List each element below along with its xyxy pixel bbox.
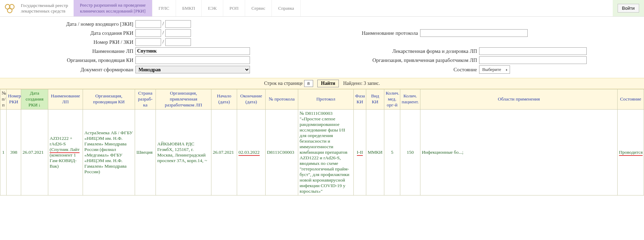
select-state[interactable]: Выберите ♦ [479,65,510,74]
label-devorg: Организация, привлеченная разработчиком … [333,57,479,63]
col-area[interactable]: Области применения [420,89,618,110]
cell-start: 26.07.2021 [211,109,237,195]
found-count: Найдено: 3 запис. [343,81,380,86]
col-lp[interactable]: Наименование ЛП [48,89,83,110]
tab-help[interactable]: Справка [272,0,301,16]
sort-arrow-icon: ↓ [38,102,41,107]
input-org[interactable] [135,56,250,64]
col-devorg[interactable]: Организация, привлеченная разработчиком … [156,89,211,110]
col-num[interactable]: Номер РКИ [7,89,21,110]
cell-lp: AZD1222 + rAd26-S (Спутник Лайт (компоне… [48,109,83,195]
tab-eek[interactable]: ЕЭК [202,0,223,16]
label-lp: Наименование ЛП [0,48,135,54]
label-created: Дата создания РКИ [0,30,135,36]
col-pat[interactable]: Колич. пациент. [400,89,420,110]
cell-end: 02.03.2022 [237,109,266,195]
cell-date: 26.07.2021 [21,109,48,195]
tab-rki[interactable]: Реестр разрешений на проведение клиничес… [74,0,152,16]
find-button[interactable]: Найти [317,80,339,87]
select-docform[interactable]: Минздрав [135,66,250,73]
input-lp[interactable] [135,47,250,55]
input-devorg[interactable] [479,56,587,64]
cell-num: 398 [7,109,21,195]
label-org: Организация, проводящая КИ [0,57,135,63]
input-zki-num[interactable] [165,38,191,46]
cell-pat: 150 [400,109,420,195]
cell-proto: D8111C00003 [266,109,298,195]
tab-rop[interactable]: РОП [223,0,245,16]
label-num: Номер РКИ / ЗКИ [0,39,135,45]
tab-grls[interactable]: ГРЛС [152,0,176,16]
cell-country: Швеция [135,109,156,195]
cell-area: Инфекционные бо...; [420,109,618,195]
col-type[interactable]: Вид КИ [366,89,384,110]
label-docform: Документ сформирован [0,67,135,73]
col-country[interactable]: Страна разраб-ка [135,89,156,110]
login-area: Войти [613,0,644,16]
col-date[interactable]: Дата создания РКИ↓ [21,89,48,110]
label-formdose: Лекарственная форма и дозировка ЛП [333,48,479,54]
col-proto[interactable]: № протокола [266,89,298,110]
col-protoname[interactable]: Протокол [298,89,354,110]
input-rows-per-page[interactable] [304,80,313,87]
cell-type: ММКИ [366,109,384,195]
col-org[interactable]: Организация, проводящая КИ [83,89,135,110]
input-rki-num[interactable] [135,38,161,46]
input-created-from[interactable] [135,29,161,37]
label-proto: Наименование протокола [274,30,420,36]
col-medn[interactable]: Колич. мед. орг-й [384,89,400,110]
logo [0,0,19,16]
col-idx[interactable]: № п/п [0,89,7,110]
login-button[interactable]: Войти [618,4,639,13]
tab-service[interactable]: Сервис [245,0,272,16]
topbar: Государственный реестр лекарственных сре… [0,0,644,17]
brand-title: Государственный реестр лекарственных сре… [19,0,74,16]
cell-idx: 1 [0,109,7,195]
input-incoming-date[interactable] [135,20,161,28]
slash: / [161,21,165,27]
logo-icon [3,2,16,15]
cell-phase: I-II [354,109,366,195]
table-row[interactable]: 1 398 26.07.2021 AZD1222 + rAd26-S (Спут… [0,109,644,195]
input-formdose[interactable] [479,47,587,55]
col-end[interactable]: Окончание (дата) [237,89,266,110]
filter-form: Дата / номер входящего [ЗКИ] / Дата созд… [0,17,644,78]
input-proto[interactable] [420,29,528,37]
caret-icon: ♦ [505,68,507,72]
col-state[interactable]: Состояние [618,89,644,110]
tab-bmkp[interactable]: БМКП [176,0,202,16]
cell-medn: 5 [384,109,400,195]
cell-state: Проводится [618,109,644,195]
cell-devorg: АЙКЬЮВИА РДС ГезмбХ, 125167, г. Москва, … [156,109,211,195]
label-state: Состояние [333,67,479,73]
col-phase[interactable]: Фаза КИ [354,89,366,110]
cell-org: АстраЗенека АБ / ФГБУ «НИЦЭМ им. Н.Ф. Га… [83,109,135,195]
input-incoming-num[interactable] [165,20,191,28]
input-created-to[interactable] [165,29,191,37]
pager-bar: Строк на странице Найти Найдено: 3 запис… [0,78,644,89]
rows-per-page-label: Строк на странице [264,80,313,87]
cell-protoname: № D8111C00003 "«Простое слепое рандомизи… [298,109,354,195]
svg-point-2 [7,8,12,13]
label-incoming: Дата / номер входящего [ЗКИ] [0,21,135,27]
col-start[interactable]: Начало (дата) [211,89,237,110]
results-table: № п/п Номер РКИ Дата создания РКИ↓ Наиме… [0,89,644,195]
